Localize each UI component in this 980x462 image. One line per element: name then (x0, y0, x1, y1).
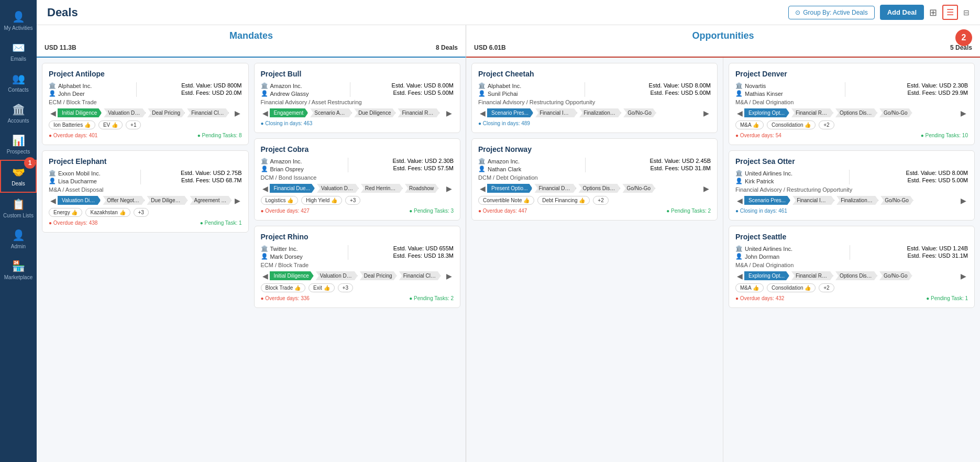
pipeline-left-nav[interactable]: ◀ (478, 109, 487, 117)
tag-1[interactable]: EV 👍 (98, 120, 123, 129)
tag-more[interactable]: +2 (819, 283, 834, 292)
tag-ma[interactable]: M&A 👍 (735, 283, 764, 292)
slider-icon[interactable]: ⊟ (963, 8, 970, 17)
deal-person: 👤 Brian Osprey (261, 166, 304, 172)
pipeline-left-nav[interactable]: ◀ (49, 196, 58, 205)
divider (136, 82, 137, 97)
estd-value: Estd. Value: USD 8.00M (392, 82, 454, 89)
pipeline-right-nav[interactable]: ▶ (959, 272, 968, 280)
stage-3: Go/No-Go (622, 184, 655, 193)
pipeline-right-nav[interactable]: ▶ (233, 196, 242, 205)
tag-more[interactable]: +3 (338, 283, 353, 292)
deal-type: Financial Advisory / Restructuring Oppor… (478, 99, 711, 105)
pipeline-right-nav[interactable]: ▶ (959, 109, 968, 117)
pipeline-stages: Present Optio... Financial Due... Option… (487, 184, 702, 193)
pipeline-left-nav[interactable]: ◀ (261, 109, 270, 117)
deal-card-seattle[interactable]: Project Seattle 🏛️ United Airlines Inc. … (729, 226, 975, 308)
tag-high-yield[interactable]: High Yield 👍 (301, 196, 342, 205)
grid-view-icon[interactable]: ⊞ (929, 7, 937, 18)
sidebar-item-admin[interactable]: 👤 Admin (0, 224, 37, 255)
deal-person: 👤 John Deer (49, 90, 92, 97)
pending-label: ● Pending Tasks: 8 (197, 133, 242, 138)
group-by-button[interactable]: ⊙ Group By: Active Deals (788, 6, 874, 19)
overdue-label: ● Overdue days: 336 (261, 295, 310, 301)
tag-more[interactable]: +2 (819, 120, 834, 129)
deal-card-cheetah[interactable]: Project Cheetah 🏛️ Alphabet Inc. 👤 Sunil… (471, 63, 718, 133)
overdue-label: ● Overdue days: 438 (49, 220, 97, 226)
sidebar-item-contacts[interactable]: 👥 Contacts (0, 67, 37, 98)
tag-1[interactable]: Kazakhstan 👍 (85, 208, 130, 217)
pipeline-left-nav[interactable]: ◀ (478, 184, 487, 193)
pipeline-right-nav[interactable]: ▶ (445, 109, 454, 117)
deal-card-elephant[interactable]: Project Elephant 🏛️ Exxon Mobil Inc. 👤 L… (42, 150, 249, 233)
sidebar-item-accounts[interactable]: 🏛️ Accounts (0, 98, 37, 129)
add-deal-button[interactable]: Add Deal (880, 5, 924, 20)
tag-logistics[interactable]: Logistics 👍 (261, 196, 299, 205)
deal-info: 🏛️ Novartis 👤 Mathias Kinser Est (735, 82, 968, 97)
mandates-count: 8 Deals (436, 44, 458, 51)
tag-exit[interactable]: Exit 👍 (309, 283, 334, 292)
pipeline: ◀ Scenario Pres... Financial Imp... Fina… (735, 196, 968, 205)
pipeline-left-nav[interactable]: ◀ (735, 109, 744, 117)
deal-card-norway[interactable]: Project Norway 🏛️ Amazon Inc. 👤 Nathan C… (471, 138, 718, 221)
tag-consolidation[interactable]: Consolidation 👍 (767, 120, 816, 129)
divider (348, 158, 348, 172)
sidebar-item-deals[interactable]: 🤝 Deals 1 (0, 160, 37, 193)
sidebar-item-label: Contacts (8, 87, 28, 93)
stage-3: Agreement to... (190, 196, 232, 205)
estd-value: Estd. Value: USD 8.00M (649, 82, 711, 89)
pipeline-right-nav[interactable]: ▶ (445, 184, 454, 193)
pipeline-right-nav[interactable]: ▶ (233, 109, 242, 117)
tag-0[interactable]: Ion Batteries 👍 (49, 120, 95, 129)
tag-consolidation[interactable]: Consolidation 👍 (767, 283, 816, 292)
deal-card-cobra[interactable]: Project Cobra 🏛️ Amazon Inc. 👤 Brian Osp… (254, 138, 461, 221)
pipeline-right-nav[interactable]: ▶ (445, 272, 454, 280)
closing-label: ● Closing in days: 489 (478, 120, 530, 126)
pipeline-left-nav[interactable]: ◀ (735, 272, 744, 280)
tag-more[interactable]: +2 (593, 196, 608, 205)
deals-badge: 1 (24, 157, 36, 169)
pipeline-right-nav[interactable]: ▶ (702, 184, 711, 193)
sidebar-item-custom-lists[interactable]: 📋 Custom Lists (0, 193, 37, 224)
tag-ma[interactable]: M&A 👍 (735, 120, 764, 129)
tag-convertible-note[interactable]: Convertible Note 👍 (478, 196, 534, 205)
pipeline-left-nav[interactable]: ◀ (735, 196, 744, 205)
pipeline-right-nav[interactable]: ▶ (959, 196, 968, 205)
opportunities-title: Opportunities (474, 30, 972, 41)
pipeline-right-nav[interactable]: ▶ (702, 109, 711, 117)
sidebar-item-emails[interactable]: ✉️ Emails (0, 36, 37, 67)
sidebar-item-prospects[interactable]: 📊 Prospects (0, 129, 37, 160)
person-icon: 👤 (478, 166, 486, 172)
stage-0: Financial Due... (270, 184, 315, 193)
stage-1: Financial Imp... (535, 108, 577, 117)
deal-right-info: Estd. Value: USD 8.00M Estd. Fees: USD 5… (392, 82, 454, 97)
tag-block-trade[interactable]: Block Trade 👍 (261, 283, 306, 292)
tag-debt-financing[interactable]: Debt Financing 👍 (537, 196, 590, 205)
person-icon: 👤 (261, 253, 268, 260)
pipeline-left-nav[interactable]: ◀ (261, 184, 270, 193)
deal-company: 🏛️ United Airlines Inc. (735, 170, 792, 177)
deal-card-bull[interactable]: Project Bull 🏛️ Amazon Inc. 👤 Andrew Gla… (254, 63, 461, 133)
overdue-label: ● Overdue days: 447 (478, 208, 527, 214)
deal-right-info: Estd. Value: USD 800M Estd. Fees: USD 20… (181, 82, 242, 97)
deal-name: Project Bull (261, 70, 454, 78)
list-view-icon[interactable]: ☰ (942, 5, 958, 20)
pipeline-left-nav[interactable]: ◀ (49, 109, 58, 117)
overdue-label: ● Overdue days: 54 (735, 133, 781, 138)
deal-card-sea-otter[interactable]: Project Sea Otter 🏛️ United Airlines Inc… (729, 150, 975, 221)
pipeline-left-nav[interactable]: ◀ (261, 272, 270, 280)
tag-2[interactable]: +3 (134, 208, 149, 217)
deal-info: 🏛️ Exxon Mobil Inc. 👤 Lisa Ducharme (49, 170, 242, 184)
tag-2[interactable]: +1 (126, 120, 141, 129)
sidebar-item-marketplace[interactable]: 🏪 Marketplace (0, 255, 37, 285)
card-footer: ● Closing in days: 461 (735, 208, 968, 214)
person-icon: 👤 (261, 166, 268, 172)
deals-icon: 🤝 (12, 166, 25, 179)
deal-card-rhino[interactable]: Project Rhino 🏛️ Twitter Inc. 👤 Mark Dor… (254, 226, 461, 308)
tag-0[interactable]: Energy 👍 (49, 208, 82, 217)
deal-card-antilope[interactable]: Project Antilope 🏛️ Alphabet Inc. 👤 John… (42, 63, 249, 145)
tag-more[interactable]: +3 (345, 196, 360, 205)
deal-card-denver[interactable]: Project Denver 🏛️ Novartis 👤 Mathias Kin… (729, 63, 975, 145)
sidebar-item-activities[interactable]: 👤 My Activities (0, 5, 37, 36)
closing-label: ● Closing in days: 461 (735, 208, 787, 214)
